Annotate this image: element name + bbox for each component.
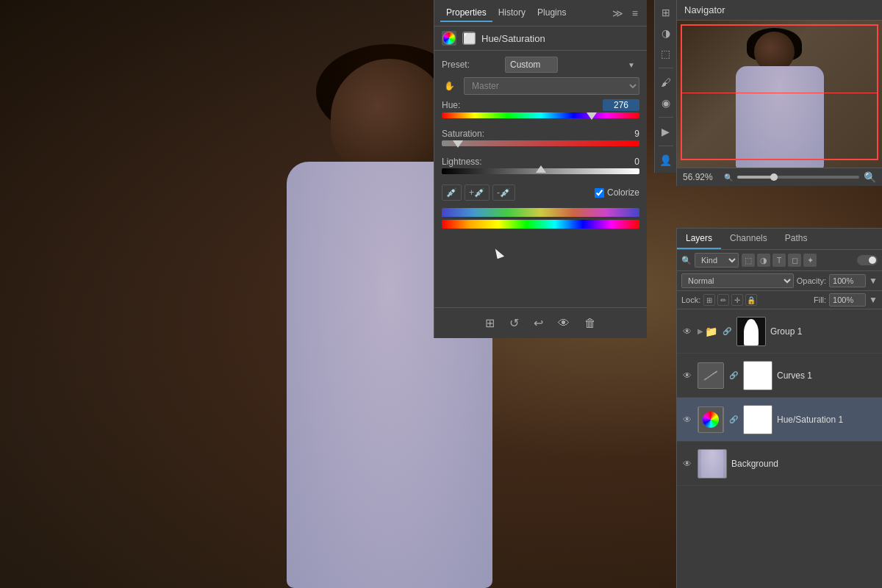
- huesat-adj-icon: [698, 406, 724, 433]
- zoom-large-icon[interactable]: 🔍: [864, 171, 876, 183]
- huesat1-mask-thumb: [743, 405, 772, 434]
- tab-properties[interactable]: Properties: [440, 4, 492, 22]
- expand-panels-button[interactable]: ≫: [609, 6, 626, 21]
- zoom-value: 56.92%: [683, 172, 720, 182]
- zoom-small-icon[interactable]: 🔍: [724, 173, 733, 182]
- history-icon[interactable]: ⬚: [656, 44, 675, 63]
- eyedropper-add-button[interactable]: +💉: [465, 184, 490, 201]
- layers-panel: Layers Channels Paths 🔍 Kind ⬚ ◑ T ◻ ✦ N…: [676, 228, 882, 588]
- type-filter-icon[interactable]: T: [772, 254, 786, 267]
- fill-arrow-icon[interactable]: ▼: [869, 295, 878, 305]
- saturation-label: Saturation:: [442, 129, 501, 139]
- rainbow-bar: [442, 208, 639, 229]
- background-thumb: [698, 449, 727, 478]
- saturation-track[interactable]: [442, 140, 639, 146]
- layer-item-curves1[interactable]: 👁 🔗 Curves 1: [677, 354, 882, 398]
- smart-filter-icon[interactable]: ✦: [803, 254, 817, 267]
- shape-filter-icon[interactable]: ◻: [788, 254, 801, 267]
- fill-input[interactable]: [829, 293, 866, 306]
- tab-plugins[interactable]: Plugins: [531, 4, 572, 22]
- curves1-mask-thumb: [743, 361, 772, 390]
- navigator-icon[interactable]: ⊞: [656, 3, 675, 22]
- filter-toggle[interactable]: [857, 255, 878, 265]
- group1-info: Group 1: [770, 326, 878, 337]
- hue-label-row: Hue:: [442, 99, 639, 111]
- expand-group1[interactable]: ▶: [698, 327, 703, 335]
- visibility-curves1[interactable]: 👁: [681, 370, 693, 381]
- layer-item-huesat1[interactable]: 👁 🔗 Hue/Saturation 1: [677, 398, 882, 442]
- link-huesat1[interactable]: 🔗: [728, 415, 739, 425]
- rainbow-top: [442, 208, 639, 217]
- panel-title: Hue/Saturation: [481, 33, 545, 44]
- zoom-slider[interactable]: [737, 176, 859, 179]
- person-head: [331, 59, 448, 176]
- visibility-background[interactable]: 👁: [681, 458, 693, 470]
- group-folder-icon: 📁: [705, 326, 717, 337]
- lock-pixels-icon[interactable]: ⊞: [703, 294, 715, 306]
- lock-row: Lock: ⊞ ✏ ✛ 🔒 Fill: ▼: [677, 291, 882, 309]
- layer-item-group1[interactable]: 👁 ▶ 📁 🔗 Group 1: [677, 309, 882, 354]
- tab-channels[interactable]: Channels: [721, 229, 776, 249]
- adjustment-filter-icon[interactable]: ◑: [757, 254, 770, 267]
- delete-button[interactable]: 🗑: [580, 315, 600, 332]
- filter-icons: ⬚ ◑ T ◻ ✦: [742, 254, 817, 267]
- link-curves1[interactable]: 🔗: [728, 370, 739, 381]
- lightness-thumb[interactable]: [536, 165, 546, 173]
- kind-select[interactable]: Kind: [695, 253, 739, 268]
- huesat1-info: Hue/Saturation 1: [777, 415, 878, 425]
- users-icon[interactable]: 👤: [656, 151, 675, 170]
- saturation-thumb[interactable]: [453, 140, 463, 148]
- channel-select[interactable]: Master Reds Yellows Greens Cyans Blues M…: [464, 77, 639, 95]
- reset-button[interactable]: ↺: [505, 314, 523, 332]
- add-mask-button[interactable]: ⊞: [481, 314, 499, 332]
- brush-icon[interactable]: 🖌: [656, 73, 675, 92]
- blend-mode-select[interactable]: Normal Dissolve Multiply Screen Overlay: [681, 273, 794, 288]
- background-info: Background: [731, 459, 878, 469]
- hue-track-container: [442, 112, 639, 123]
- viewport-box[interactable]: [681, 24, 878, 160]
- tab-paths[interactable]: Paths: [776, 229, 817, 249]
- colorize-text: Colorize: [607, 187, 639, 198]
- hue-value-input[interactable]: [603, 99, 639, 111]
- visibility-huesat1[interactable]: 👁: [681, 414, 693, 426]
- hand-icon[interactable]: ✋: [442, 79, 456, 93]
- channel-select-wrapper: Master Reds Yellows Greens Cyans Blues M…: [464, 77, 639, 95]
- link-group1[interactable]: 🔗: [722, 326, 732, 337]
- adjustment-icon[interactable]: ◑: [656, 24, 675, 43]
- group-expand-controls: ▶ 📁: [698, 326, 717, 337]
- lock-artboard-icon[interactable]: ✛: [731, 294, 743, 306]
- colorize-checkbox[interactable]: [595, 188, 604, 198]
- lock-label: Lock:: [681, 295, 700, 304]
- panel-header: ⬜ Hue/Saturation: [434, 26, 647, 51]
- lightness-value: 0: [603, 157, 639, 167]
- saturation-value: 9: [603, 129, 639, 139]
- undo-button[interactable]: ↩: [529, 314, 548, 332]
- zoom-thumb[interactable]: [770, 173, 778, 181]
- opacity-input[interactable]: [829, 274, 866, 287]
- layers-list: 👁 ▶ 📁 🔗 Group 1 👁: [677, 309, 882, 588]
- eyedropper-remove-button[interactable]: -💉: [492, 184, 515, 201]
- hue-slider-thumb[interactable]: [587, 112, 597, 120]
- opacity-arrow-icon[interactable]: ▼: [869, 276, 878, 286]
- palette-icon[interactable]: ◉: [656, 93, 675, 112]
- properties-panel: Properties History Plugins ≫ ≡ ⬜ Hue/Sat…: [434, 0, 647, 338]
- layer-item-background[interactable]: 👁 Background: [677, 442, 882, 486]
- pixel-filter-icon[interactable]: ⬚: [742, 254, 755, 267]
- visibility-group1[interactable]: 👁: [681, 326, 693, 337]
- preset-arrow-icon: ▼: [628, 61, 635, 69]
- layers-filter-toolbar: 🔍 Kind ⬚ ◑ T ◻ ✦: [677, 250, 882, 271]
- lock-position-icon[interactable]: ✏: [717, 294, 729, 306]
- panel-menu-button[interactable]: ≡: [629, 6, 641, 21]
- toolbar-divider-3: [659, 146, 673, 146]
- panel-body: Preset: Custom Default Cyanotype Sepia ▼…: [434, 51, 647, 307]
- visibility-button[interactable]: 👁: [553, 315, 574, 332]
- huesat1-name: Hue/Saturation 1: [777, 415, 878, 425]
- tab-history[interactable]: History: [492, 4, 531, 22]
- layer-type-icon: [442, 31, 456, 46]
- eyedropper-button[interactable]: 💉: [442, 184, 462, 201]
- lock-all-icon[interactable]: 🔒: [745, 294, 757, 306]
- preset-select[interactable]: Custom Default Cyanotype Sepia: [505, 57, 558, 73]
- tab-layers[interactable]: Layers: [677, 229, 721, 249]
- play-icon[interactable]: ▶: [656, 122, 675, 141]
- hue-track[interactable]: [442, 112, 639, 118]
